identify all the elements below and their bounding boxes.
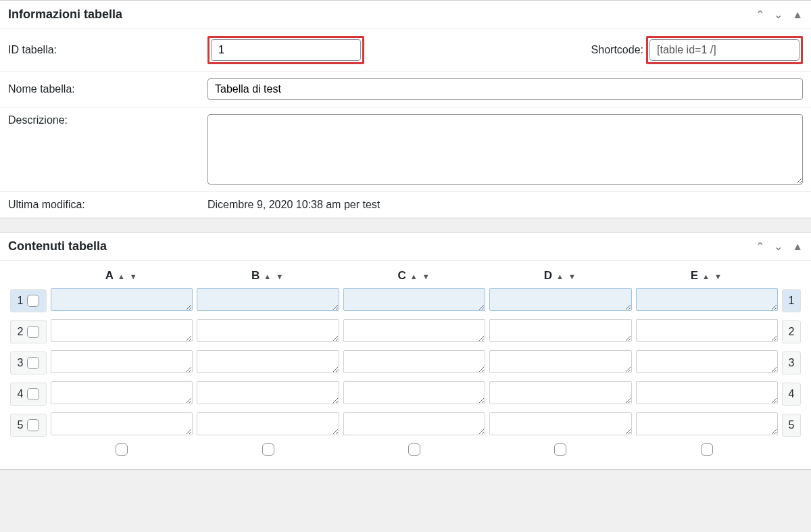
sort-arrows-icon[interactable]: ▲ ▼ — [702, 272, 723, 281]
content-grid: A▲ ▼B▲ ▼C▲ ▼D▲ ▼E▲ ▼ 1122334455 — [8, 266, 803, 461]
cell-input[interactable] — [636, 319, 778, 342]
row-last-modified: Ultima modifica: Dicembre 9, 2020 10:38 … — [0, 192, 811, 218]
label-last-modified: Ultima modifica: — [8, 199, 207, 211]
cell-input[interactable] — [489, 412, 631, 435]
cell-input[interactable] — [343, 350, 485, 373]
row-handle[interactable]: 2 — [10, 320, 47, 343]
panel-controls: ⌃ ⌄ ▲ — [756, 241, 803, 252]
row-number-right: 3 — [782, 352, 801, 374]
collapse-icon[interactable]: ▲ — [792, 241, 803, 252]
row-checkbox[interactable] — [27, 326, 39, 338]
table-row: 33 — [8, 347, 803, 379]
label-description: Descrizione: — [8, 114, 207, 126]
sort-arrows-icon[interactable]: ▲ ▼ — [118, 272, 139, 281]
cell-input[interactable] — [636, 412, 778, 435]
row-handle[interactable]: 1 — [10, 289, 47, 312]
panel-header: Contenuti tabella ⌃ ⌄ ▲ — [0, 233, 811, 261]
cell-input[interactable] — [489, 381, 631, 404]
panel-title: Informazioni tabella — [8, 7, 756, 22]
sort-arrows-icon[interactable]: ▲ ▼ — [410, 272, 431, 281]
row-handle[interactable]: 3 — [10, 352, 47, 374]
panel-controls: ⌃ ⌄ ▲ — [756, 9, 803, 20]
cell-input[interactable] — [197, 381, 339, 404]
row-checkbox[interactable] — [27, 295, 39, 307]
label-shortcode: Shortcode: — [591, 44, 643, 56]
grid-head: A▲ ▼B▲ ▼C▲ ▼D▲ ▼E▲ ▼ — [8, 266, 803, 285]
cell-input[interactable] — [51, 381, 193, 404]
column-label: C — [397, 269, 406, 282]
sort-arrows-icon[interactable]: ▲ ▼ — [556, 272, 577, 281]
column-label: E — [691, 269, 698, 282]
shortcode-group: Shortcode: — [591, 36, 803, 64]
cell-input[interactable] — [489, 319, 631, 342]
highlight-shortcode — [646, 36, 803, 64]
column-header[interactable]: A▲ ▼ — [49, 266, 195, 285]
row-number-right: 1 — [782, 289, 801, 312]
cell-input[interactable] — [51, 412, 193, 435]
last-modified-text: Dicembre 9, 2020 10:38 am per test — [207, 199, 380, 211]
move-up-icon[interactable]: ⌃ — [756, 9, 764, 20]
grid-wrap: A▲ ▼B▲ ▼C▲ ▼D▲ ▼E▲ ▼ 1122334455 — [0, 261, 811, 469]
column-checkbox[interactable] — [554, 443, 566, 456]
table-id-input[interactable] — [211, 39, 361, 61]
column-label: D — [544, 269, 552, 282]
column-header[interactable]: B▲ ▼ — [195, 266, 341, 285]
column-checkbox[interactable] — [116, 443, 128, 456]
field-table-name — [207, 78, 803, 100]
cell-input[interactable] — [489, 350, 631, 373]
sort-arrows-icon[interactable]: ▲ ▼ — [264, 272, 285, 281]
label-table-id: ID tabella: — [8, 44, 207, 56]
field-last-modified: Dicembre 9, 2020 10:38 am per test — [207, 199, 803, 211]
column-checkbox[interactable] — [408, 443, 420, 456]
cell-input[interactable] — [343, 288, 485, 311]
row-checkbox[interactable] — [27, 388, 39, 400]
row-table-id: ID tabella: Shortcode: — [0, 29, 811, 72]
panel-header: Informazioni tabella ⌃ ⌄ ▲ — [0, 1, 811, 29]
row-description: Descrizione: — [0, 107, 811, 192]
description-textarea[interactable] — [207, 114, 803, 185]
row-number: 1 — [18, 295, 24, 307]
cell-input[interactable] — [197, 350, 339, 373]
table-name-input[interactable] — [207, 78, 803, 100]
shortcode-input[interactable] — [649, 39, 800, 61]
cell-input[interactable] — [51, 288, 193, 311]
column-header[interactable]: D▲ ▼ — [487, 266, 633, 285]
cell-input[interactable] — [636, 350, 778, 373]
cell-input[interactable] — [51, 319, 193, 342]
cell-input[interactable] — [343, 412, 485, 435]
cell-input[interactable] — [343, 381, 485, 404]
cell-input[interactable] — [197, 288, 339, 311]
row-number-right: 5 — [782, 414, 801, 437]
row-handle[interactable]: 5 — [10, 414, 47, 437]
column-checkbox[interactable] — [262, 443, 274, 456]
row-table-name: Nome tabella: — [0, 72, 811, 107]
cell-input[interactable] — [51, 350, 193, 373]
row-checkbox[interactable] — [27, 419, 39, 431]
cell-input[interactable] — [636, 288, 778, 311]
cell-input[interactable] — [636, 381, 778, 404]
row-number-right: 2 — [782, 320, 801, 343]
column-header[interactable]: C▲ ▼ — [341, 266, 487, 285]
column-checkbox[interactable] — [701, 443, 713, 456]
panel-body: ID tabella: Shortcode: Nome tabella: — [0, 29, 811, 218]
cell-input[interactable] — [489, 288, 631, 311]
row-number: 2 — [18, 326, 24, 338]
grid-foot — [8, 441, 803, 461]
move-up-icon[interactable]: ⌃ — [756, 241, 764, 252]
column-header[interactable]: E▲ ▼ — [634, 266, 780, 285]
cell-input[interactable] — [197, 412, 339, 435]
move-down-icon[interactable]: ⌄ — [774, 9, 783, 20]
column-label: A — [105, 269, 114, 282]
cell-input[interactable] — [197, 319, 339, 342]
row-number: 3 — [18, 357, 24, 369]
row-number: 5 — [18, 419, 24, 431]
table-row: 22 — [8, 316, 803, 347]
table-row: 44 — [8, 379, 803, 410]
row-checkbox[interactable] — [27, 357, 39, 369]
row-handle[interactable]: 4 — [10, 383, 47, 406]
collapse-icon[interactable]: ▲ — [792, 9, 803, 20]
table-row: 11 — [8, 285, 803, 316]
panel-title: Contenuti tabella — [8, 239, 756, 253]
cell-input[interactable] — [343, 319, 485, 342]
move-down-icon[interactable]: ⌄ — [774, 241, 783, 252]
